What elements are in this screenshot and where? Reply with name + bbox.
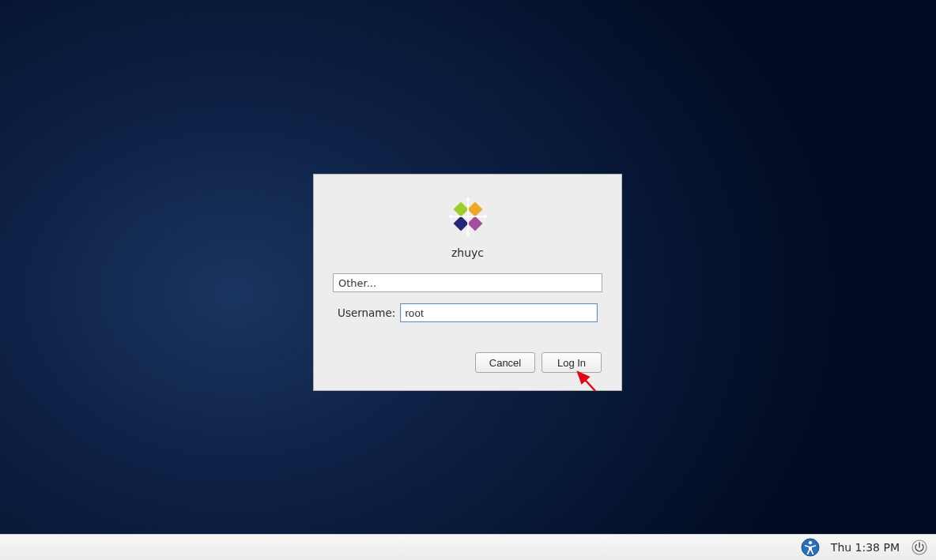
svg-marker-7 [484, 214, 487, 219]
power-icon[interactable] [911, 539, 928, 556]
desktop-background: zhuyc Other... Username: Cancel Log In [0, 0, 936, 534]
logo-container [333, 194, 602, 239]
svg-rect-1 [467, 202, 482, 217]
svg-rect-0 [453, 202, 468, 217]
cancel-button[interactable]: Cancel [475, 352, 535, 373]
svg-rect-3 [453, 216, 468, 231]
button-row: Cancel Log In [333, 352, 602, 373]
user-selector-value: Other... [338, 277, 376, 289]
accessibility-icon[interactable] [801, 538, 820, 557]
hostname-label: zhuyc [333, 246, 602, 259]
login-dialog: zhuyc Other... Username: Cancel Log In [313, 174, 622, 391]
svg-marker-6 [448, 214, 451, 219]
username-row: Username: [333, 303, 602, 322]
bottom-panel: Thu 1:38 PM [0, 534, 936, 560]
user-selector[interactable]: Other... [333, 273, 602, 292]
username-label: Username: [338, 306, 395, 319]
panel-clock[interactable]: Thu 1:38 PM [831, 541, 900, 554]
svg-point-13 [809, 541, 812, 544]
centos-logo-icon [446, 194, 490, 239]
svg-marker-8 [466, 197, 470, 200]
svg-marker-9 [466, 232, 470, 235]
username-input[interactable] [400, 303, 598, 322]
login-button[interactable]: Log In [542, 352, 602, 373]
svg-rect-2 [467, 216, 482, 231]
